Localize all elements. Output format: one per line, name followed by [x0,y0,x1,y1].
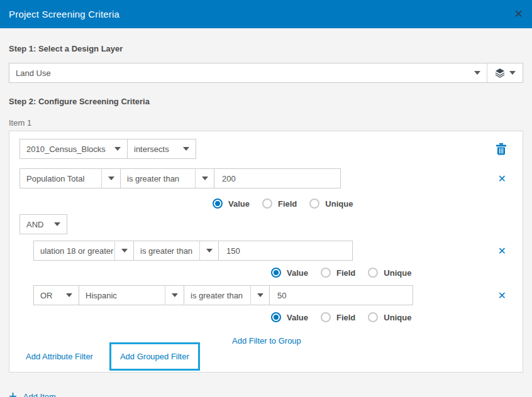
relation-value: intersects [128,144,177,154]
group-value-input[interactable] [269,285,413,305]
chevron-down-icon [48,215,67,234]
add-item-button[interactable]: + Add Item [9,391,523,397]
radio-field[interactable] [262,198,272,209]
chevron-down-icon [114,241,133,260]
item-layer-select[interactable]: 2010_Census_Blocks [19,139,128,159]
grouped-filter-row-2: OR Hispanic is greater than ✕ [19,285,513,305]
radio-field-label: Field [336,313,355,322]
trash-icon [496,143,506,155]
design-layer-value: Land Use [9,68,468,78]
relation-select[interactable]: intersects [127,139,196,159]
close-x-icon: ✕ [498,173,506,185]
item-layer-value: 2010_Census_Blocks [20,144,108,154]
conjunction-select[interactable]: AND [19,214,67,234]
add-attribute-filter-link[interactable]: Add Attribute Filter [26,352,93,361]
tutorial-highlight: Add Grouped Filter [109,342,200,371]
attribute-filter-row: Population Total is greater than ✕ [19,168,513,188]
radio-unique[interactable] [368,268,378,278]
radio-value[interactable] [213,198,223,209]
group-value-input[interactable] [218,241,353,261]
group-conjunction-select[interactable]: OR [33,285,79,305]
group-operator-value: is greater than [184,291,250,300]
group-conjunction-row: AND [19,214,513,234]
plus-icon: + [9,391,17,397]
field-value: Population Total [20,174,101,183]
operator-select[interactable]: is greater than [120,168,214,188]
layers-icon [495,68,505,78]
group-field-select[interactable]: ulation 18 or greater [33,241,134,261]
group-operator-select[interactable]: is greater than [133,241,219,261]
chevron-down-icon [101,169,120,188]
chevron-down-icon [177,139,196,158]
field-select[interactable]: Population Total [19,168,121,188]
add-item-label: Add Item [23,392,56,397]
chevron-down-icon [468,63,487,82]
remove-filter-button[interactable]: ✕ [498,173,506,185]
grouped-filter-row-1: ulation 18 or greater is greater than ✕ [19,241,513,261]
remove-group-filter-button[interactable]: ✕ [498,245,506,257]
conjunction-value: AND [20,220,48,229]
group-field-value: ulation 18 or greater [34,246,114,256]
dialog-header: Project Screening Criteria ✕ [0,0,532,28]
radio-unique-label: Unique [384,268,411,278]
item-panel: 2010_Census_Blocks intersects [9,131,523,373]
radio-unique-label: Unique [384,313,411,322]
radio-field-label: Field [278,199,297,209]
delete-item-button[interactable] [496,143,506,155]
layer-options-button[interactable] [487,63,523,82]
radio-value-label: Value [287,313,308,322]
radio-unique-label: Unique [325,199,353,209]
chevron-down-icon [199,241,218,260]
value-type-radio-group: Value Field Unique [19,198,513,209]
radio-value-label: Value [287,268,308,278]
chevron-down-icon [509,71,516,75]
group-conjunction-value: OR [34,291,60,300]
group-field-value: Hispanic [79,291,165,300]
radio-field[interactable] [321,312,331,322]
chevron-down-icon [165,286,184,305]
radio-value[interactable] [271,312,281,322]
group-operator-value: is greater than [134,246,199,256]
radio-value-label: Value [228,199,250,209]
chevron-down-icon [60,286,79,305]
close-icon[interactable]: ✕ [514,9,523,19]
close-x-icon: ✕ [498,245,506,257]
chevron-down-icon [195,169,214,188]
group-operator-select[interactable]: is greater than [184,285,270,305]
design-layer-select[interactable]: Land Use [9,63,523,83]
step2-label: Step 2: Configure Screening Criteria [9,97,523,106]
add-filter-to-group-link[interactable]: Add Filter to Group [232,336,301,345]
group-field-select[interactable]: Hispanic [79,285,184,305]
radio-field[interactable] [321,268,331,278]
radio-unique[interactable] [309,198,319,209]
value-type-radio-group: Value Field Unique [19,312,513,322]
remove-group-filter-button[interactable]: ✕ [498,290,506,302]
close-x-icon: ✕ [498,290,506,302]
chevron-down-icon [250,286,269,305]
item-title: Item 1 [9,118,523,128]
value-type-radio-group: Value Field Unique [19,268,513,278]
radio-value[interactable] [271,268,281,278]
value-input[interactable] [214,168,341,188]
dialog-title: Project Screening Criteria [9,9,119,19]
radio-field-label: Field [336,268,355,278]
radio-unique[interactable] [368,312,378,322]
operator-value: is greater than [121,174,195,183]
layer-relation-row: 2010_Census_Blocks intersects [19,139,513,159]
add-grouped-filter-link[interactable]: Add Grouped Filter [120,352,189,361]
step1-label: Step 1: Select a Design Layer [9,44,523,53]
chevron-down-icon [108,139,127,158]
